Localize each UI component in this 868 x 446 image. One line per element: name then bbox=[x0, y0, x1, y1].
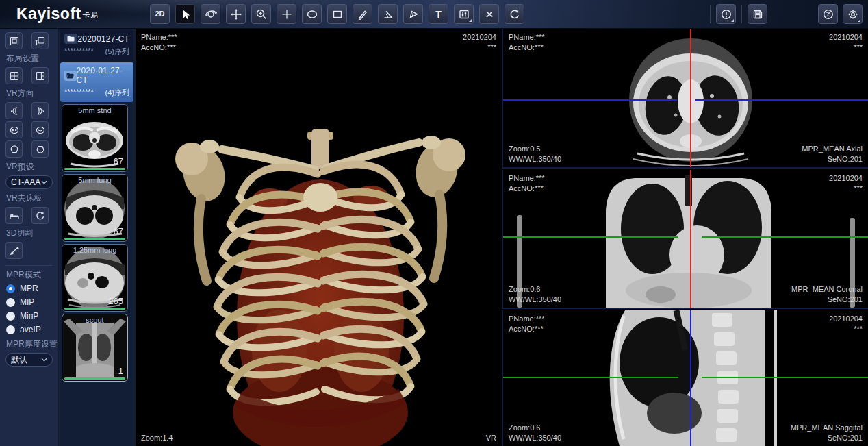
rotate-3d-icon bbox=[205, 8, 217, 21]
tool-crosshair-button[interactable] bbox=[277, 4, 296, 24]
radio-checked-icon bbox=[6, 284, 15, 293]
tool-pan-button[interactable] bbox=[226, 4, 246, 24]
dicom-viewer-app: Kayisoft卡易 2D T bbox=[0, 0, 868, 446]
thumbnail-image-count: 67 bbox=[114, 156, 123, 166]
pointer-icon bbox=[179, 8, 192, 21]
vr-head-left-button[interactable] bbox=[5, 102, 23, 119]
app-logo: Kayisoft卡易 bbox=[0, 5, 136, 23]
layout-button-row bbox=[5, 32, 58, 49]
tool-delete-button[interactable] bbox=[479, 4, 499, 24]
thumbnail-image-count: 265 bbox=[108, 296, 123, 306]
tool-rectangle-button[interactable] bbox=[327, 4, 347, 24]
zoom-icon bbox=[255, 8, 268, 21]
vr-preset-select[interactable]: CT-AAA bbox=[5, 175, 53, 189]
series-item-1[interactable]: 20200127-CT ********** (5)序列 bbox=[60, 30, 133, 61]
vr-remove-bed-label: VR去床板 bbox=[6, 193, 58, 204]
save-icon bbox=[752, 8, 764, 21]
thumbnail-label: 5mm stnd bbox=[62, 106, 127, 114]
settings-button[interactable] bbox=[843, 4, 863, 24]
tool-zoom-button[interactable] bbox=[251, 4, 271, 24]
pencil-icon bbox=[357, 8, 369, 21]
layout-1-plus-2-button[interactable] bbox=[31, 67, 49, 84]
mpr-mode-option-minp[interactable]: MinP bbox=[6, 311, 58, 321]
series-masked-id: ********** bbox=[64, 88, 94, 98]
tool-cobb-angle-button[interactable] bbox=[403, 4, 423, 24]
tool-angle-button[interactable] bbox=[378, 4, 398, 24]
vr-zoom-overlay: Zoom:1.4 bbox=[141, 433, 173, 443]
head-right-icon bbox=[35, 106, 46, 116]
vr-head-bottom-button[interactable] bbox=[31, 140, 49, 158]
grid-2x2-icon bbox=[9, 71, 20, 82]
thumbnail-scout[interactable]: scout 1 bbox=[62, 314, 128, 382]
thumbnail-5mm-stnd[interactable]: 5mm stnd 67 bbox=[62, 104, 128, 172]
tool-reset-button[interactable] bbox=[505, 4, 524, 24]
vr-bed-row bbox=[5, 207, 58, 224]
tool-rotate-3d-button[interactable] bbox=[201, 4, 220, 24]
axial-series-overlay: MPR_MEAN Axial SeNO:201 bbox=[802, 144, 863, 164]
crosshair-icon bbox=[281, 8, 293, 21]
head-front-icon bbox=[9, 125, 20, 136]
viewport-mpr-coronal[interactable]: PName:*** AccNO:*** 20210204 *** Zoom:0.… bbox=[502, 170, 868, 309]
scalpel-button[interactable] bbox=[5, 242, 23, 259]
layout-swap-button[interactable] bbox=[31, 32, 49, 49]
tool-info-button[interactable] bbox=[716, 4, 736, 24]
vr-head-right-button[interactable] bbox=[31, 102, 49, 119]
thumbnail-1-25mm-lung[interactable]: 1.25mm lung 265 bbox=[62, 244, 128, 312]
vr-preset-label: VR预设 bbox=[6, 161, 58, 173]
head-top-icon bbox=[9, 144, 20, 155]
tool-ellipse-button[interactable] bbox=[302, 4, 322, 24]
mpr-mode-option-aveip[interactable]: aveIP bbox=[6, 325, 58, 334]
viewport-mpr-axial[interactable]: PName:*** AccNO:*** 20210204 *** Zoom:0.… bbox=[502, 29, 868, 169]
tool-measure-button[interactable] bbox=[353, 4, 372, 24]
pan-icon bbox=[230, 8, 242, 21]
series-item-2-selected[interactable]: 2020-01-27-CT ********** (4)序列 bbox=[60, 62, 133, 102]
vr-patient-overlay: PName:*** AccNO:*** bbox=[141, 32, 177, 53]
tool-2d-button[interactable]: 2D bbox=[150, 4, 170, 24]
axial-patient-overlay: PName:*** AccNO:*** bbox=[509, 32, 545, 53]
coronal-zoom-overlay: Zoom:0.6 WW/WL:350/40 bbox=[509, 284, 561, 305]
mpr-thickness-select[interactable]: 默认 bbox=[5, 353, 53, 367]
layout-1-2-icon bbox=[35, 71, 46, 82]
mpr-mode-option-mip[interactable]: MIP bbox=[6, 297, 58, 307]
mpr-mode-option-mpr[interactable]: MPR bbox=[6, 284, 58, 293]
radio-label: MinP bbox=[20, 311, 38, 321]
tool-window-level-button[interactable] bbox=[454, 4, 474, 24]
series-title: 20200127-CT bbox=[77, 34, 129, 44]
vr-head-front-button[interactable] bbox=[5, 121, 23, 138]
sagittal-series-overlay: MPR_MEAN Saggital SeNO:201 bbox=[791, 423, 863, 443]
axial-zoom-overlay: Zoom:0.5 WW/WL:350/40 bbox=[509, 144, 561, 164]
tool-button-row: 2D T bbox=[150, 4, 868, 24]
tool-text-button[interactable]: T bbox=[429, 4, 448, 24]
thumbnail-progress-bar bbox=[64, 308, 125, 310]
vr-head-back-button[interactable] bbox=[31, 121, 49, 138]
thumbnail-label: 1.25mm lung bbox=[62, 246, 127, 254]
vr-type-overlay: VR bbox=[486, 433, 496, 443]
help-button[interactable]: ? bbox=[818, 4, 838, 24]
coronal-patient-overlay: PName:*** AccNO:*** bbox=[509, 173, 545, 194]
coronal-series-overlay: MPR_MEAN Coronal SeNO:201 bbox=[791, 284, 863, 305]
thumbnail-5mm-lung[interactable]: 5mm lung 67 bbox=[62, 174, 128, 242]
angle-icon bbox=[382, 8, 394, 21]
tool-pointer-button[interactable] bbox=[175, 4, 195, 24]
logo-cn-text: 卡易 bbox=[83, 11, 99, 19]
vr-head-top-button[interactable] bbox=[5, 140, 23, 158]
viewport-mpr-sagittal[interactable]: PName:*** AccNO:*** 20210204 *** Zoom:0.… bbox=[502, 310, 868, 446]
radio-icon bbox=[6, 325, 15, 334]
layout-grid-2x2-button[interactable] bbox=[5, 67, 23, 84]
cobb-angle-icon bbox=[407, 8, 420, 21]
sagittal-zoom-overlay: Zoom:0.6 WW/WL:350/40 bbox=[509, 423, 561, 443]
chevron-down-icon bbox=[41, 358, 47, 362]
2d-icon: 2D bbox=[155, 10, 164, 18]
thumbnail-progress-bar bbox=[64, 238, 125, 240]
gear-icon bbox=[847, 8, 859, 21]
tool-save-button[interactable] bbox=[748, 4, 767, 24]
series-count: (5)序列 bbox=[105, 47, 129, 57]
remove-bed-button[interactable] bbox=[5, 207, 23, 224]
cut-3d-row bbox=[5, 242, 58, 259]
logo-text: Kayisoft bbox=[16, 5, 81, 23]
bed-reset-button[interactable] bbox=[31, 207, 49, 224]
radio-label: MIP bbox=[20, 297, 34, 307]
layout-single-button[interactable] bbox=[5, 32, 23, 49]
folder-icon bbox=[64, 34, 77, 44]
viewport-vr[interactable]: PName:*** AccNO:*** 20210204 *** Zoom:1.… bbox=[136, 29, 502, 446]
